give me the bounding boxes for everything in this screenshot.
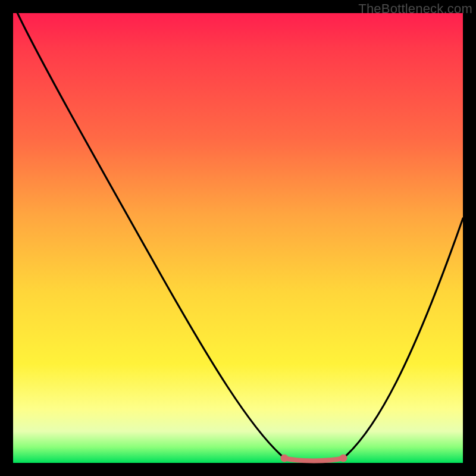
flat-segment-endpoint-left [281,455,289,462]
bottleneck-curve [13,13,463,463]
watermark-text: TheBottleneck.com [358,1,472,17]
curve-right-branch [343,218,463,458]
chart-plot-area [13,13,463,463]
flat-segment-endpoint-right [340,455,347,462]
curve-left-branch [16,10,284,458]
curve-flat-segment [284,458,343,461]
chart-frame: TheBottleneck.com [0,0,476,476]
